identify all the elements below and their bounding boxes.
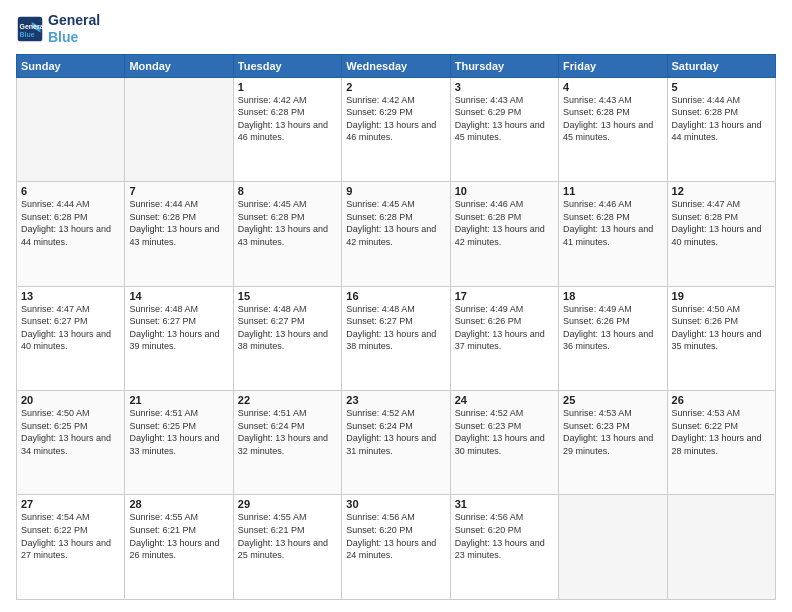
day-number: 31 [455, 498, 554, 510]
calendar-cell: 13Sunrise: 4:47 AMSunset: 6:27 PMDayligh… [17, 286, 125, 390]
calendar-week-row: 1Sunrise: 4:42 AMSunset: 6:28 PMDaylight… [17, 77, 776, 181]
day-info: Sunrise: 4:48 AMSunset: 6:27 PMDaylight:… [129, 303, 228, 353]
day-info: Sunrise: 4:49 AMSunset: 6:26 PMDaylight:… [563, 303, 662, 353]
day-number: 17 [455, 290, 554, 302]
calendar-cell [125, 77, 233, 181]
calendar-cell: 21Sunrise: 4:51 AMSunset: 6:25 PMDayligh… [125, 391, 233, 495]
day-info: Sunrise: 4:48 AMSunset: 6:27 PMDaylight:… [238, 303, 337, 353]
calendar-cell: 30Sunrise: 4:56 AMSunset: 6:20 PMDayligh… [342, 495, 450, 600]
calendar-cell: 17Sunrise: 4:49 AMSunset: 6:26 PMDayligh… [450, 286, 558, 390]
calendar-cell [667, 495, 775, 600]
calendar-cell: 24Sunrise: 4:52 AMSunset: 6:23 PMDayligh… [450, 391, 558, 495]
calendar-week-row: 13Sunrise: 4:47 AMSunset: 6:27 PMDayligh… [17, 286, 776, 390]
calendar-cell: 16Sunrise: 4:48 AMSunset: 6:27 PMDayligh… [342, 286, 450, 390]
calendar-cell: 12Sunrise: 4:47 AMSunset: 6:28 PMDayligh… [667, 182, 775, 286]
calendar-cell: 28Sunrise: 4:55 AMSunset: 6:21 PMDayligh… [125, 495, 233, 600]
day-number: 5 [672, 81, 771, 93]
calendar-cell: 29Sunrise: 4:55 AMSunset: 6:21 PMDayligh… [233, 495, 341, 600]
day-number: 4 [563, 81, 662, 93]
day-info: Sunrise: 4:55 AMSunset: 6:21 PMDaylight:… [129, 511, 228, 561]
calendar-table: SundayMondayTuesdayWednesdayThursdayFrid… [16, 54, 776, 600]
calendar-cell: 4Sunrise: 4:43 AMSunset: 6:28 PMDaylight… [559, 77, 667, 181]
day-info: Sunrise: 4:52 AMSunset: 6:23 PMDaylight:… [455, 407, 554, 457]
day-number: 11 [563, 185, 662, 197]
day-number: 21 [129, 394, 228, 406]
day-info: Sunrise: 4:45 AMSunset: 6:28 PMDaylight:… [346, 198, 445, 248]
day-number: 13 [21, 290, 120, 302]
day-info: Sunrise: 4:50 AMSunset: 6:26 PMDaylight:… [672, 303, 771, 353]
day-number: 20 [21, 394, 120, 406]
day-info: Sunrise: 4:52 AMSunset: 6:24 PMDaylight:… [346, 407, 445, 457]
calendar-week-row: 6Sunrise: 4:44 AMSunset: 6:28 PMDaylight… [17, 182, 776, 286]
svg-text:General: General [20, 23, 45, 30]
day-info: Sunrise: 4:43 AMSunset: 6:29 PMDaylight:… [455, 94, 554, 144]
day-number: 28 [129, 498, 228, 510]
logo-icon: General Blue [16, 15, 44, 43]
day-number: 18 [563, 290, 662, 302]
day-info: Sunrise: 4:44 AMSunset: 6:28 PMDaylight:… [21, 198, 120, 248]
calendar-cell [559, 495, 667, 600]
calendar-cell: 9Sunrise: 4:45 AMSunset: 6:28 PMDaylight… [342, 182, 450, 286]
calendar-week-row: 27Sunrise: 4:54 AMSunset: 6:22 PMDayligh… [17, 495, 776, 600]
day-info: Sunrise: 4:51 AMSunset: 6:25 PMDaylight:… [129, 407, 228, 457]
day-number: 15 [238, 290, 337, 302]
day-info: Sunrise: 4:53 AMSunset: 6:22 PMDaylight:… [672, 407, 771, 457]
calendar-cell: 2Sunrise: 4:42 AMSunset: 6:29 PMDaylight… [342, 77, 450, 181]
calendar-cell: 15Sunrise: 4:48 AMSunset: 6:27 PMDayligh… [233, 286, 341, 390]
calendar-cell: 18Sunrise: 4:49 AMSunset: 6:26 PMDayligh… [559, 286, 667, 390]
weekday-header-sunday: Sunday [17, 54, 125, 77]
calendar-cell: 27Sunrise: 4:54 AMSunset: 6:22 PMDayligh… [17, 495, 125, 600]
day-number: 26 [672, 394, 771, 406]
calendar-cell: 11Sunrise: 4:46 AMSunset: 6:28 PMDayligh… [559, 182, 667, 286]
day-info: Sunrise: 4:50 AMSunset: 6:25 PMDaylight:… [21, 407, 120, 457]
calendar-cell: 26Sunrise: 4:53 AMSunset: 6:22 PMDayligh… [667, 391, 775, 495]
weekday-header-tuesday: Tuesday [233, 54, 341, 77]
weekday-header-monday: Monday [125, 54, 233, 77]
day-number: 19 [672, 290, 771, 302]
day-number: 30 [346, 498, 445, 510]
day-number: 6 [21, 185, 120, 197]
calendar-cell: 8Sunrise: 4:45 AMSunset: 6:28 PMDaylight… [233, 182, 341, 286]
day-info: Sunrise: 4:56 AMSunset: 6:20 PMDaylight:… [346, 511, 445, 561]
day-number: 24 [455, 394, 554, 406]
day-number: 2 [346, 81, 445, 93]
calendar-cell: 19Sunrise: 4:50 AMSunset: 6:26 PMDayligh… [667, 286, 775, 390]
calendar-cell: 3Sunrise: 4:43 AMSunset: 6:29 PMDaylight… [450, 77, 558, 181]
day-number: 8 [238, 185, 337, 197]
calendar-cell: 31Sunrise: 4:56 AMSunset: 6:20 PMDayligh… [450, 495, 558, 600]
day-info: Sunrise: 4:55 AMSunset: 6:21 PMDaylight:… [238, 511, 337, 561]
logo: General Blue GeneralBlue [16, 12, 100, 46]
day-number: 22 [238, 394, 337, 406]
svg-text:Blue: Blue [20, 31, 35, 38]
weekday-header-wednesday: Wednesday [342, 54, 450, 77]
day-info: Sunrise: 4:46 AMSunset: 6:28 PMDaylight:… [563, 198, 662, 248]
calendar-cell: 22Sunrise: 4:51 AMSunset: 6:24 PMDayligh… [233, 391, 341, 495]
day-info: Sunrise: 4:42 AMSunset: 6:28 PMDaylight:… [238, 94, 337, 144]
day-info: Sunrise: 4:43 AMSunset: 6:28 PMDaylight:… [563, 94, 662, 144]
weekday-header-thursday: Thursday [450, 54, 558, 77]
logo-text: GeneralBlue [48, 12, 100, 46]
day-info: Sunrise: 4:44 AMSunset: 6:28 PMDaylight:… [129, 198, 228, 248]
day-number: 27 [21, 498, 120, 510]
day-info: Sunrise: 4:53 AMSunset: 6:23 PMDaylight:… [563, 407, 662, 457]
calendar-cell: 10Sunrise: 4:46 AMSunset: 6:28 PMDayligh… [450, 182, 558, 286]
day-info: Sunrise: 4:45 AMSunset: 6:28 PMDaylight:… [238, 198, 337, 248]
calendar-cell: 5Sunrise: 4:44 AMSunset: 6:28 PMDaylight… [667, 77, 775, 181]
day-info: Sunrise: 4:48 AMSunset: 6:27 PMDaylight:… [346, 303, 445, 353]
day-number: 3 [455, 81, 554, 93]
day-number: 16 [346, 290, 445, 302]
calendar-cell: 1Sunrise: 4:42 AMSunset: 6:28 PMDaylight… [233, 77, 341, 181]
day-info: Sunrise: 4:54 AMSunset: 6:22 PMDaylight:… [21, 511, 120, 561]
calendar-header-row: SundayMondayTuesdayWednesdayThursdayFrid… [17, 54, 776, 77]
calendar-cell [17, 77, 125, 181]
calendar-cell: 6Sunrise: 4:44 AMSunset: 6:28 PMDaylight… [17, 182, 125, 286]
calendar-cell: 20Sunrise: 4:50 AMSunset: 6:25 PMDayligh… [17, 391, 125, 495]
day-number: 7 [129, 185, 228, 197]
calendar-cell: 23Sunrise: 4:52 AMSunset: 6:24 PMDayligh… [342, 391, 450, 495]
day-info: Sunrise: 4:47 AMSunset: 6:27 PMDaylight:… [21, 303, 120, 353]
page: General Blue GeneralBlue SundayMondayTue… [0, 0, 792, 612]
calendar-cell: 25Sunrise: 4:53 AMSunset: 6:23 PMDayligh… [559, 391, 667, 495]
day-number: 23 [346, 394, 445, 406]
header: General Blue GeneralBlue [16, 12, 776, 46]
day-number: 14 [129, 290, 228, 302]
